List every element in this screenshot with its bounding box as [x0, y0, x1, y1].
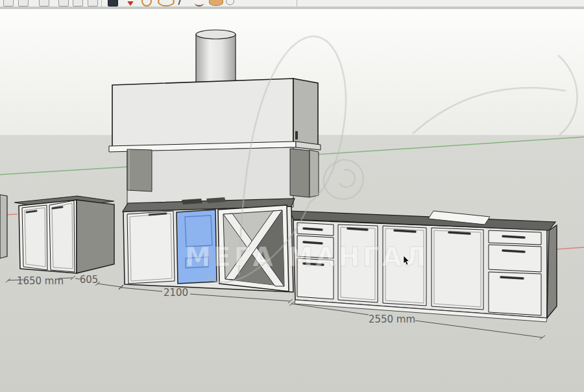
drawer-handle[interactable] — [503, 251, 524, 252]
freehand-tool-icon[interactable] — [195, 0, 204, 6]
door-handle[interactable] — [395, 230, 415, 232]
toolbar-bottom-edge — [0, 6, 584, 9]
cut-icon[interactable] — [58, 0, 69, 6]
right-run-side — [547, 225, 557, 318]
hood-latch — [295, 131, 298, 140]
sketchup-window: 1650 mm 605 2100 2550 mm МЕГА МАНГАЛ — [0, 0, 584, 392]
save-icon[interactable] — [39, 0, 49, 6]
select-tool-icon[interactable] — [108, 0, 118, 6]
drawer-handle[interactable] — [503, 236, 524, 238]
copy-icon[interactable] — [73, 0, 83, 6]
new-icon[interactable] — [3, 0, 14, 6]
left-cabinet[interactable] — [14, 196, 114, 273]
left-support-post — [127, 149, 152, 191]
open-icon[interactable] — [18, 0, 29, 6]
polygon-tool-icon[interactable] — [226, 0, 234, 5]
grill-counter-door[interactable] — [127, 211, 175, 284]
door-handle[interactable] — [53, 207, 62, 208]
dimension-label-2100[interactable]: 2100 — [164, 287, 188, 299]
right-support-post — [290, 149, 310, 197]
left-edge-partial-cabinet[interactable] — [0, 195, 7, 258]
door-handle[interactable] — [348, 228, 367, 230]
drawer-handle[interactable] — [501, 277, 523, 278]
oval-tool-icon[interactable] — [158, 0, 175, 6]
toolbar — [0, 0, 584, 6]
door-handle[interactable] — [27, 211, 36, 212]
exhaust-hood[interactable] — [109, 79, 321, 152]
red-arrow-icon[interactable] — [127, 1, 134, 6]
line-tool-icon[interactable] — [178, 0, 182, 5]
right-run-door-3[interactable] — [432, 228, 483, 310]
dimension-label-2550[interactable]: 2550 mm — [369, 313, 415, 325]
toolbar-separator — [101, 0, 102, 6]
paste-icon[interactable] — [88, 0, 98, 6]
left-cabinet-door-1[interactable] — [22, 205, 47, 270]
3d-viewport[interactable]: 1650 mm 605 2100 2550 mm МЕГА МАНГАЛ — [0, 0, 584, 392]
circle-tool-icon[interactable] — [141, 0, 152, 6]
watermark-text: МЕГА МАНГАЛ — [185, 242, 428, 272]
dimension-label-1650[interactable]: 1650 mm — [17, 275, 64, 287]
dimension-label-605[interactable]: 605 — [80, 274, 99, 286]
toolbar-separator — [297, 0, 297, 6]
left-cabinet-door-2[interactable] — [49, 201, 75, 272]
pie-tool-icon[interactable] — [209, 0, 223, 6]
door-handle[interactable] — [449, 232, 470, 234]
left-cabinet-side — [77, 200, 114, 273]
chimney[interactable] — [196, 30, 236, 82]
drawer-handle[interactable] — [304, 228, 322, 230]
door-handle[interactable] — [149, 214, 166, 215]
